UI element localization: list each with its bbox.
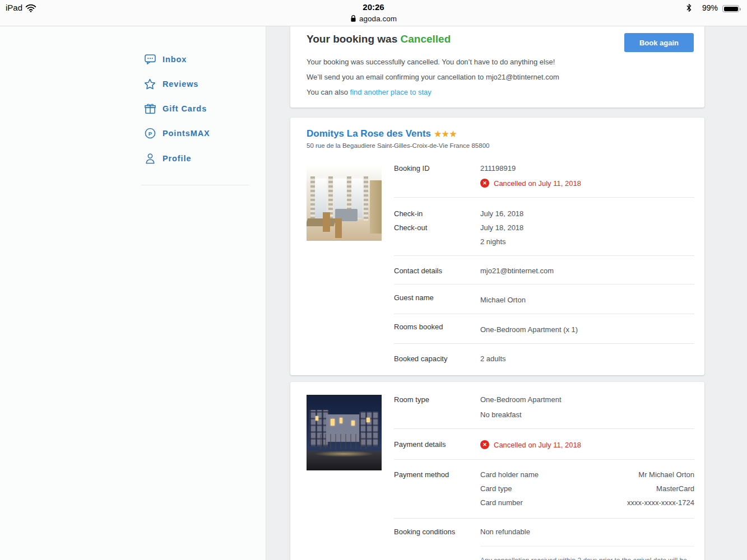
divider [394,459,694,460]
gift-icon [143,102,156,115]
battery-icon [722,5,739,12]
sidebar-divider [141,185,249,185]
sidebar-item-label: Gift Cards [163,104,207,113]
guest-name-label: Guest name [394,293,434,302]
sidebar-item-label: Reviews [163,80,198,88]
booking-cancelled-status: ✕ Cancelled on July 11, 2018 [480,179,581,188]
lock-icon [350,15,356,24]
payment-method-label: Payment method [394,470,449,479]
sidebar-item-profile[interactable]: Profile [143,151,191,166]
sidebar-item-gift-cards[interactable]: Gift Cards [143,101,207,116]
nights-value: 2 nights [480,237,506,246]
divider [394,255,694,256]
divider [394,284,694,284]
profile-icon [143,152,156,165]
sidebar-item-inbox[interactable]: Inbox [143,52,187,67]
account-sidebar: Inbox Reviews Gift Cards P Points [0,26,266,560]
cancelled-text: Cancelled on July 11, 2018 [494,179,581,188]
sidebar-item-label: Profile [163,154,191,163]
room-payment-card: Room type One-Bedroom Apartment No break… [290,382,704,560]
safari-top-bar: iPad 20:26 agoda.com 99% [0,0,747,26]
banner-title-prefix: Your booking was [307,33,401,45]
banner-email: mjo21@btinternet.com [486,73,559,81]
card-type-value: MasterCard [656,484,694,493]
breakfast-value: No breakfast [480,410,522,419]
hotel-name-link[interactable]: Domitys La Rose des Vents★★★ [307,128,457,139]
url-bar[interactable]: agoda.com [0,15,747,24]
booking-conditions-value: Non refundable [480,528,530,536]
banner-line-2-text: We’ll send you an email confirming your … [307,73,486,81]
divider [394,343,694,344]
rooms-booked-value: One-Bedroom Apartment (x 1) [480,325,578,334]
book-again-button[interactable]: Book again [624,33,694,52]
rooms-booked-label: Rooms booked [394,323,443,331]
card-holder-value: Mr Michael Orton [638,470,694,479]
cancellation-banner-card: Your booking was Cancelled Book again Yo… [290,26,704,108]
payment-cancelled-status: ✕ Cancelled on July 11, 2018 [480,440,581,449]
card-number-value: xxxx-xxxx-xxxx-1724 [627,498,694,507]
card-type-label: Card type [480,484,512,493]
inbox-icon [143,53,156,66]
guest-name-value: Michael Orton [480,296,526,304]
bluetooth-icon [686,3,692,15]
cancelled-x-icon: ✕ [480,440,489,449]
divider [394,314,694,314]
booking-conditions-label: Booking conditions [394,528,455,536]
booked-capacity-label: Booked capacity [394,354,447,363]
payment-details-label: Payment details [394,440,446,449]
contact-details-value: mjo21@btinternet.com [480,267,554,275]
booking-details-card: Domitys La Rose des Vents★★★ 50 rue de l… [290,118,704,375]
banner-line-3-text: You can also [307,88,350,96]
banner-status-cancelled: Cancelled [401,33,451,45]
hotel-exterior-photo [307,395,382,470]
checkout-label: Check-out [394,223,427,232]
divider [394,428,694,429]
url-text: agoda.com [359,15,397,23]
payment-cancelled-text: Cancelled on July 11, 2018 [494,441,581,449]
divider [394,518,694,519]
banner-line-2: We’ll send you an email confirming your … [307,73,559,81]
svg-text:P: P [148,130,152,137]
hotel-name-text: Domitys La Rose des Vents [307,128,431,139]
card-number-label: Card number [480,498,523,507]
star-outline-icon [143,78,156,91]
booked-capacity-value: 2 adults [480,354,506,363]
star-rating: ★★★ [434,129,457,138]
cancelled-x-icon: ✕ [480,179,489,188]
find-another-place-link[interactable]: find another place to stay [350,88,432,96]
sidebar-item-reviews[interactable]: Reviews [143,77,198,91]
banner-line-1: Your booking was successfully cancelled.… [307,58,555,66]
status-time: 20:26 [0,2,747,12]
main-content: Your booking was Cancelled Book again Yo… [267,26,747,560]
divider [480,546,694,547]
hotel-address: 50 rue de la Begaudiere Saint-Gilles-Cro… [307,142,489,149]
pointsmax-icon: P [143,127,156,140]
checkout-value: July 18, 2018 [480,223,523,232]
checkin-value: July 16, 2018 [480,209,523,218]
divider [394,197,694,198]
banner-line-3: You can also find another place to stay [307,88,432,96]
sidebar-item-label: Inbox [163,55,187,64]
checkin-label: Check-in [394,209,423,218]
card-holder-label: Card holder name [480,470,539,479]
cancellation-policy-note: Any cancellation received within 2 days … [480,556,694,560]
sidebar-item-label: PointsMAX [163,129,210,138]
room-photo [307,165,382,241]
booking-id-value: 211198919 [480,164,516,172]
sidebar-item-pointsmax[interactable]: P PointsMAX [143,126,210,141]
battery-percent: 99% [702,3,718,12]
booking-id-label: Booking ID [394,164,430,172]
banner-title: Your booking was Cancelled [307,33,451,45]
contact-details-label: Contact details [394,267,442,275]
room-type-value: One-Bedroom Apartment [480,395,562,404]
room-type-label: Room type [394,395,429,404]
